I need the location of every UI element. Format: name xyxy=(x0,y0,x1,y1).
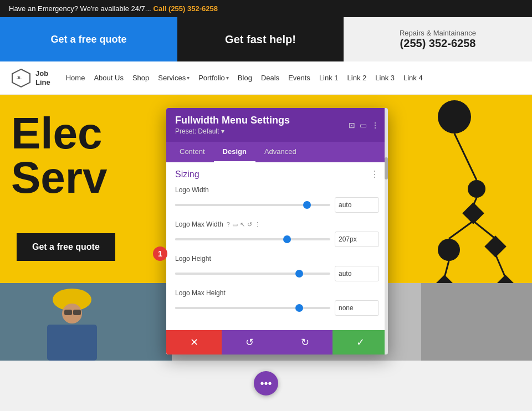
logo-max-width-icons: ? ▭ ↖ ↺ ⋮ xyxy=(227,221,260,228)
logo-max-height-row xyxy=(175,300,379,316)
nav-home[interactable]: Home xyxy=(66,74,85,82)
worker-figure xyxy=(0,283,172,361)
section-menu-icon[interactable]: ⋮ xyxy=(370,169,379,179)
more-icon[interactable]: ⋮ xyxy=(254,221,260,228)
logo-width-field: Logo Width xyxy=(175,186,379,213)
logo-width-row xyxy=(175,197,379,213)
emergency-text: Have an Emergency? We're available 24/7.… xyxy=(9,4,151,13)
logo-max-width-row xyxy=(175,232,379,247)
modal-header: Fullwidth Menu Settings Preset: Default … xyxy=(166,108,388,142)
fab-button[interactable]: ••• xyxy=(254,371,278,395)
hero-cta-button[interactable]: Get a free quote xyxy=(17,233,115,261)
logo-height-input[interactable] xyxy=(335,266,379,281)
modal-redo-button[interactable]: ↻ xyxy=(277,330,332,355)
svg-rect-20 xyxy=(73,310,81,315)
svg-line-14 xyxy=(495,254,505,278)
scrollbar[interactable] xyxy=(385,108,388,355)
logo-text: Job Line xyxy=(35,69,50,86)
nav-link1[interactable]: Link 1 xyxy=(319,74,339,82)
logo-max-height-field: Logo Max Height xyxy=(175,289,379,316)
nav-blog[interactable]: Blog xyxy=(238,74,252,82)
tab-content[interactable]: Content xyxy=(171,142,214,162)
nav-links: Home About Us Shop Services ▾ Portfolio … xyxy=(66,74,423,82)
logo-max-width-label: Logo Max Width ? ▭ ↖ ↺ ⋮ xyxy=(175,220,379,228)
emergency-call[interactable]: Call (255) 352-6258 xyxy=(154,4,218,13)
logo-max-width-slider[interactable] xyxy=(175,238,330,240)
modal-header-icons: ⊡ ▭ ⋮ xyxy=(349,121,379,130)
badge-number: 1 xyxy=(153,246,167,261)
fast-help-button[interactable]: Get fast help! xyxy=(177,17,344,61)
responsive-icon[interactable]: ▭ xyxy=(232,221,238,228)
logo-max-width-input[interactable] xyxy=(335,232,379,247)
settings-modal[interactable]: Fullwidth Menu Settings Preset: Default … xyxy=(166,108,388,355)
logo-width-slider[interactable] xyxy=(175,204,330,206)
get-quote-button[interactable]: Get a free quote xyxy=(0,17,177,61)
contact-title: Repairs & Maintainance xyxy=(400,29,476,37)
nav-services[interactable]: Services ▾ xyxy=(158,74,190,82)
hero-line2: Serv xyxy=(11,156,107,200)
header-buttons-row: Get a free quote Get fast help! Repairs … xyxy=(0,17,532,61)
svg-point-2 xyxy=(438,100,471,133)
contact-phone: (255) 352-6258 xyxy=(400,37,476,50)
modal-more-icon[interactable]: ⋮ xyxy=(371,121,379,130)
modal-cancel-button[interactable]: ✕ xyxy=(166,330,222,355)
tab-advanced[interactable]: Advanced xyxy=(255,142,305,162)
logo-width-input[interactable] xyxy=(335,197,379,213)
svg-line-9 xyxy=(454,133,477,180)
contact-info: Repairs & Maintainance (255) 352-6258 xyxy=(344,17,532,61)
svg-rect-5 xyxy=(462,202,484,224)
tab-design[interactable]: Design xyxy=(214,142,255,162)
svg-rect-6 xyxy=(484,235,507,258)
modal-undo-button[interactable]: ↺ xyxy=(222,330,277,355)
modal-footer: ✕ ↺ ↻ ✓ xyxy=(166,330,388,355)
modal-collapse-icon[interactable]: ▭ xyxy=(360,121,367,130)
svg-line-12 xyxy=(444,261,449,278)
modal-body: Sizing ⋮ Logo Width Logo Max Width xyxy=(166,162,388,330)
logo-line1: Job xyxy=(35,69,50,78)
modal-tabs: Content Design Advanced xyxy=(166,142,388,162)
logo-area: JL Job Line xyxy=(11,68,50,88)
help-icon[interactable]: ? xyxy=(227,221,230,228)
logo-max-height-slider[interactable] xyxy=(175,307,330,309)
logo-height-row xyxy=(175,266,379,281)
logo-max-width-field: Logo Max Width ? ▭ ↖ ↺ ⋮ xyxy=(175,220,379,247)
svg-line-11 xyxy=(449,221,473,239)
svg-line-13 xyxy=(473,221,495,239)
modal-title: Fullwidth Menu Settings xyxy=(175,115,290,126)
portfolio-chevron: ▾ xyxy=(226,75,229,81)
section-title: Sizing xyxy=(175,169,200,179)
modal-fullscreen-icon[interactable]: ⊡ xyxy=(349,121,355,130)
section-header: Sizing ⋮ xyxy=(175,169,379,179)
logo-height-slider[interactable] xyxy=(175,273,330,275)
strip-right xyxy=(421,283,532,361)
nav-link3[interactable]: Link 3 xyxy=(375,74,395,82)
nav-events[interactable]: Events xyxy=(288,74,310,82)
cursor-icon[interactable]: ↖ xyxy=(240,221,245,228)
hero-line1: Elec xyxy=(11,111,107,156)
modal-save-button[interactable]: ✓ xyxy=(332,330,388,355)
logo-width-label: Logo Width xyxy=(175,186,379,194)
svg-text:JL: JL xyxy=(17,75,22,80)
worker-image-left xyxy=(0,283,172,361)
navbar: JL Job Line Home About Us Shop Services … xyxy=(0,61,532,95)
top-bar: Have an Emergency? We're available 24/7.… xyxy=(0,0,532,17)
logo-line2: Line xyxy=(35,78,50,87)
services-chevron: ▾ xyxy=(187,75,190,81)
nav-about[interactable]: About Us xyxy=(94,74,123,82)
logo-height-field: Logo Height xyxy=(175,255,379,281)
svg-rect-18 xyxy=(47,325,97,361)
nav-link2[interactable]: Link 2 xyxy=(347,74,367,82)
nav-deals[interactable]: Deals xyxy=(261,74,279,82)
nav-portfolio[interactable]: Portfolio ▾ xyxy=(198,74,229,82)
svg-point-3 xyxy=(468,180,485,198)
nav-link4[interactable]: Link 4 xyxy=(403,74,423,82)
scrollbar-thumb[interactable] xyxy=(385,157,388,179)
reset-icon[interactable]: ↺ xyxy=(247,221,252,228)
logo-max-height-label: Logo Max Height xyxy=(175,289,379,297)
modal-preset[interactable]: Preset: Default ▾ xyxy=(175,127,290,135)
logo-max-height-input[interactable] xyxy=(335,300,379,316)
nav-shop[interactable]: Shop xyxy=(132,74,149,82)
svg-rect-19 xyxy=(64,310,72,315)
logo-icon: JL xyxy=(11,68,31,88)
hero-text: Elec Serv xyxy=(11,111,107,200)
